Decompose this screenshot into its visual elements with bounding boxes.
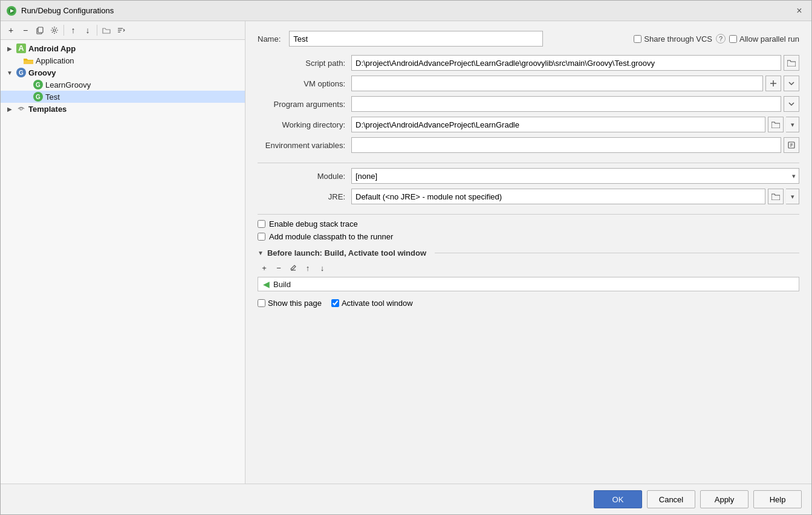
vm-options-row: VM options:	[258, 76, 799, 91]
vm-options-input[interactable]	[351, 76, 763, 91]
working-dir-dropdown-button[interactable]: ▾	[786, 117, 799, 132]
toolbar-separator-1	[63, 25, 64, 36]
add-config-button[interactable]: +	[4, 24, 18, 37]
program-args-row: Program arguments:	[258, 96, 799, 112]
title-bar: Run/Debug Configurations ×	[1, 1, 811, 21]
module-select-wrapper: [none]	[351, 168, 799, 184]
script-path-input[interactable]	[351, 55, 781, 71]
allow-parallel-checkbox[interactable]	[729, 35, 737, 43]
program-args-field	[351, 96, 799, 112]
close-button[interactable]: ×	[793, 5, 805, 17]
right-panel: Name: Share through VCS ? Allow parallel…	[245, 21, 811, 484]
build-arrow-icon: ◀	[263, 279, 270, 289]
tree-item-learn-groovy[interactable]: G LearnGroovy	[1, 79, 245, 91]
ok-button[interactable]: OK	[594, 490, 642, 508]
show-page-checkbox[interactable]	[258, 299, 265, 307]
sort-button[interactable]	[114, 24, 128, 37]
help-button[interactable]: Help	[753, 490, 802, 508]
before-launch-expand-icon: ▼	[258, 250, 264, 256]
script-path-label: Script path:	[258, 59, 351, 68]
script-path-browse-button[interactable]	[784, 55, 799, 71]
test-label: Test	[45, 92, 60, 102]
share-vcs-checkbox[interactable]	[634, 35, 641, 43]
jre-browse-button[interactable]	[768, 189, 784, 204]
script-path-field	[351, 55, 799, 71]
move-up-button[interactable]: ↑	[67, 24, 80, 37]
expand-android-app: ▶	[5, 45, 14, 52]
vm-options-expand-button[interactable]	[784, 76, 799, 91]
vm-options-label: VM options:	[258, 79, 351, 88]
jre-input[interactable]	[351, 189, 765, 204]
working-dir-field: ▾	[351, 117, 799, 132]
toolbar: + − ↑ ↓	[1, 21, 245, 40]
before-launch-toolbar: + − ↑ ↓	[258, 261, 799, 274]
app-icon	[7, 6, 16, 16]
program-args-expand-button[interactable]	[784, 96, 799, 112]
enable-debug-label: Enable debug stack trace	[269, 219, 358, 228]
divider-1	[258, 163, 799, 163]
application-folder-icon	[24, 56, 33, 65]
before-launch-down-button[interactable]: ↓	[316, 261, 329, 274]
footer-checkboxes: Show this page Activate tool window	[258, 299, 799, 308]
share-vcs-checkbox-label: Share through VCS	[634, 34, 712, 44]
add-module-cp-label: Add module classpath to the runner	[269, 232, 393, 241]
left-panel: + − ↑ ↓	[1, 21, 245, 484]
tree-item-test[interactable]: G Test	[1, 91, 245, 103]
module-select[interactable]: [none]	[351, 168, 799, 184]
build-label: Build	[273, 280, 291, 289]
before-launch-edit-button[interactable]	[287, 261, 300, 274]
share-vcs-help-icon[interactable]: ?	[716, 34, 726, 44]
templates-icon	[16, 104, 26, 114]
cancel-button[interactable]: Cancel	[647, 490, 695, 508]
before-launch-add-button[interactable]: +	[258, 261, 271, 274]
env-vars-browse-button[interactable]	[784, 137, 799, 153]
before-launch-title: Before launch: Build, Activate tool wind…	[267, 248, 426, 258]
settings-button[interactable]	[48, 24, 61, 37]
tree-item-templates[interactable]: ▶ Templates	[1, 103, 245, 115]
svg-point-4	[53, 29, 56, 31]
activate-tool-checkbox-label: Activate tool window	[331, 299, 413, 308]
svg-rect-3	[38, 27, 43, 33]
tree-item-groovy[interactable]: ▼ G Groovy	[1, 66, 245, 79]
env-vars-input[interactable]	[351, 137, 781, 153]
android-app-label: Android App	[28, 44, 76, 53]
tree-item-android-app[interactable]: ▶ A Android App	[1, 42, 245, 54]
share-vcs-label: Share through VCS	[644, 34, 712, 44]
activate-tool-label: Activate tool window	[342, 299, 413, 308]
tree-item-application[interactable]: Application	[1, 54, 245, 66]
script-path-row: Script path:	[258, 55, 799, 71]
enable-debug-checkbox[interactable]	[258, 220, 265, 228]
env-vars-field	[351, 137, 799, 153]
expand-groovy: ▼	[5, 70, 14, 76]
move-down-button[interactable]: ↓	[81, 24, 94, 37]
folder-button[interactable]	[100, 24, 113, 37]
before-launch-up-button[interactable]: ↑	[301, 261, 314, 274]
jre-dropdown-button[interactable]: ▾	[786, 189, 799, 204]
working-dir-browse-button[interactable]	[768, 117, 784, 132]
before-launch-header: ▼ Before launch: Build, Activate tool wi…	[258, 248, 799, 258]
program-args-input[interactable]	[351, 96, 781, 112]
remove-config-button[interactable]: −	[19, 24, 32, 37]
copy-config-button[interactable]	[33, 24, 47, 37]
env-vars-row: Environment variables:	[258, 137, 799, 153]
application-label: Application	[36, 56, 74, 65]
allow-parallel-checkbox-label: Allow parallel run	[729, 34, 799, 44]
show-page-checkbox-label: Show this page	[258, 299, 322, 308]
add-module-cp-checkbox[interactable]	[258, 233, 265, 241]
activate-tool-checkbox[interactable]	[331, 299, 339, 307]
expand-templates: ▶	[5, 106, 14, 112]
apply-button[interactable]: Apply	[700, 490, 749, 508]
before-launch-remove-button[interactable]: −	[272, 261, 285, 274]
jre-field: ▾	[351, 189, 799, 204]
content-area: + − ↑ ↓	[1, 21, 811, 484]
name-input[interactable]	[289, 31, 543, 47]
allow-parallel-label: Allow parallel run	[739, 34, 799, 44]
templates-label: Templates	[28, 105, 67, 114]
jre-label: JRE:	[258, 192, 351, 201]
working-dir-input[interactable]	[351, 117, 765, 132]
program-args-label: Program arguments:	[258, 100, 351, 109]
run-debug-dialog: Run/Debug Configurations × + − ↑ ↓	[0, 0, 812, 515]
vm-options-add-button[interactable]	[765, 76, 781, 91]
module-row: Module: [none]	[258, 168, 799, 184]
working-dir-row: Working directory: ▾	[258, 117, 799, 132]
